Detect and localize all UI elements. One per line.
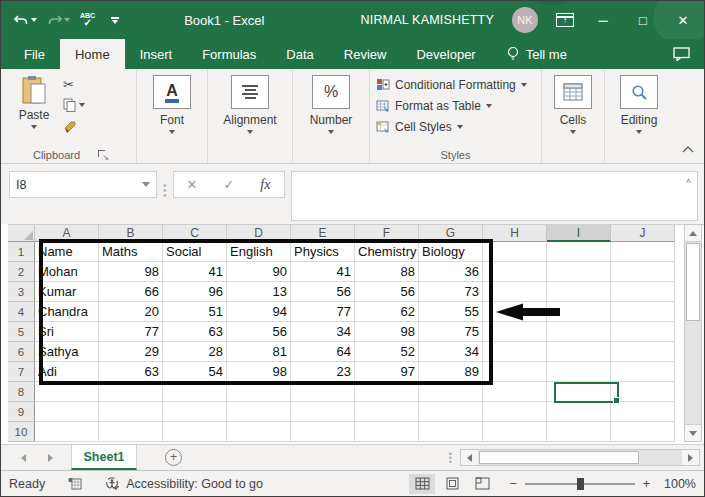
cell-A4[interactable]: Chandra <box>35 302 99 322</box>
cell-E2[interactable]: 41 <box>291 262 355 282</box>
cell-C4[interactable]: 51 <box>163 302 227 322</box>
column-header-D[interactable]: D <box>227 225 291 242</box>
horizontal-scrollbar[interactable] <box>460 449 700 466</box>
scroll-right-button[interactable] <box>682 450 699 465</box>
cell-H1[interactable] <box>483 242 547 262</box>
cell-A3[interactable]: Kumar <box>35 282 99 302</box>
cell-H9[interactable] <box>483 402 547 422</box>
cell-D6[interactable]: 81 <box>227 342 291 362</box>
column-header-J[interactable]: J <box>611 225 675 242</box>
cell-I3[interactable] <box>547 282 611 302</box>
cell-B4[interactable]: 20 <box>99 302 163 322</box>
row-header-10[interactable]: 10 <box>8 422 35 442</box>
cell-I2[interactable] <box>547 262 611 282</box>
cell-D5[interactable]: 56 <box>227 322 291 342</box>
row-header-7[interactable]: 7 <box>8 362 35 382</box>
cell-D7[interactable]: 98 <box>227 362 291 382</box>
cell-J5[interactable] <box>611 322 675 342</box>
copy-dropdown-icon[interactable] <box>79 103 85 107</box>
tabbar-grip[interactable]: ••• <box>449 452 452 464</box>
cell-F7[interactable]: 97 <box>355 362 419 382</box>
row-header-5[interactable]: 5 <box>8 322 35 342</box>
cell-styles-button[interactable]: Cell Styles <box>376 118 527 135</box>
paste-button[interactable]: Paste <box>11 75 57 129</box>
horizontal-scroll-track[interactable] <box>640 450 682 465</box>
format-as-table-button[interactable]: Format as Table <box>376 97 527 114</box>
next-sheet-button[interactable] <box>48 454 53 462</box>
cell-G6[interactable]: 34 <box>419 342 483 362</box>
scroll-down-button[interactable] <box>685 424 701 441</box>
previous-sheet-button[interactable] <box>21 454 26 462</box>
cell-F8[interactable] <box>355 382 419 402</box>
cell-F4[interactable]: 62 <box>355 302 419 322</box>
column-header-A[interactable]: A <box>35 225 99 242</box>
zoom-in-button[interactable]: + <box>643 477 650 491</box>
redo-dropdown-icon[interactable] <box>64 18 70 22</box>
cell-C7[interactable]: 54 <box>163 362 227 382</box>
cell-A7[interactable]: Adi <box>35 362 99 382</box>
close-button[interactable]: ✕ <box>672 13 694 28</box>
cell-C1[interactable]: Social <box>163 242 227 262</box>
cell-G9[interactable] <box>419 402 483 422</box>
cell-C3[interactable]: 96 <box>163 282 227 302</box>
font-menu-button[interactable]: A Font <box>143 75 201 134</box>
tab-file[interactable]: File <box>9 39 60 69</box>
column-header-G[interactable]: G <box>419 225 483 242</box>
cell-E9[interactable] <box>291 402 355 422</box>
cell-G8[interactable] <box>419 382 483 402</box>
formula-bar-collapse-icon[interactable]: ˄ <box>686 176 691 186</box>
cell-D4[interactable]: 94 <box>227 302 291 322</box>
avatar[interactable]: NK <box>512 7 538 33</box>
cell-G2[interactable]: 36 <box>419 262 483 282</box>
cell-B1[interactable]: Maths <box>99 242 163 262</box>
cancel-formula-button[interactable]: ✕ <box>187 177 198 192</box>
collapse-ribbon-button[interactable] <box>682 139 694 157</box>
cell-B9[interactable] <box>99 402 163 422</box>
scroll-left-button[interactable] <box>461 450 478 465</box>
cell-F5[interactable]: 98 <box>355 322 419 342</box>
cell-E6[interactable]: 64 <box>291 342 355 362</box>
cell-J9[interactable] <box>611 402 675 422</box>
format-painter-button[interactable] <box>63 118 85 134</box>
conditional-formatting-button[interactable]: Conditional Formatting <box>376 76 527 93</box>
cell-A8[interactable] <box>35 382 99 402</box>
cells-menu-button[interactable]: Cells <box>548 75 598 134</box>
column-header-H[interactable]: H <box>483 225 547 242</box>
select-all-button[interactable] <box>8 225 35 242</box>
cell-A6[interactable]: Sathya <box>35 342 99 362</box>
cell-J10[interactable] <box>611 422 675 442</box>
cell-E1[interactable]: Physics <box>291 242 355 262</box>
cell-I7[interactable] <box>547 362 611 382</box>
minimize-button[interactable]: ─ <box>592 13 614 28</box>
cell-E10[interactable] <box>291 422 355 442</box>
cell-B6[interactable]: 29 <box>99 342 163 362</box>
cell-H7[interactable] <box>483 362 547 382</box>
cell-H5[interactable] <box>483 322 547 342</box>
cell-H8[interactable] <box>483 382 547 402</box>
column-header-F[interactable]: F <box>355 225 419 242</box>
cell-C10[interactable] <box>163 422 227 442</box>
undo-button[interactable] <box>11 12 40 29</box>
cell-J4[interactable] <box>611 302 675 322</box>
column-header-I[interactable]: I <box>547 225 611 242</box>
ribbon-display-options-button[interactable] <box>556 13 574 27</box>
cell-J7[interactable] <box>611 362 675 382</box>
clipboard-dialog-launcher[interactable] <box>98 150 108 160</box>
cell-E8[interactable] <box>291 382 355 402</box>
editing-menu-button[interactable]: Editing <box>611 75 667 134</box>
cell-C9[interactable] <box>163 402 227 422</box>
cell-F2[interactable]: 88 <box>355 262 419 282</box>
cell-H10[interactable] <box>483 422 547 442</box>
cell-C8[interactable] <box>163 382 227 402</box>
tab-insert[interactable]: Insert <box>125 39 188 69</box>
cell-J3[interactable] <box>611 282 675 302</box>
vertical-scroll-thumb[interactable] <box>686 243 700 321</box>
cell-E7[interactable]: 23 <box>291 362 355 382</box>
cell-I4[interactable] <box>547 302 611 322</box>
cell-B7[interactable]: 63 <box>99 362 163 382</box>
cell-B8[interactable] <box>99 382 163 402</box>
account-user-name[interactable]: NIRMAL KAMISHETTY <box>360 13 494 27</box>
zoom-slider-thumb[interactable] <box>577 478 584 490</box>
column-header-C[interactable]: C <box>163 225 227 242</box>
cell-D1[interactable]: English <box>227 242 291 262</box>
